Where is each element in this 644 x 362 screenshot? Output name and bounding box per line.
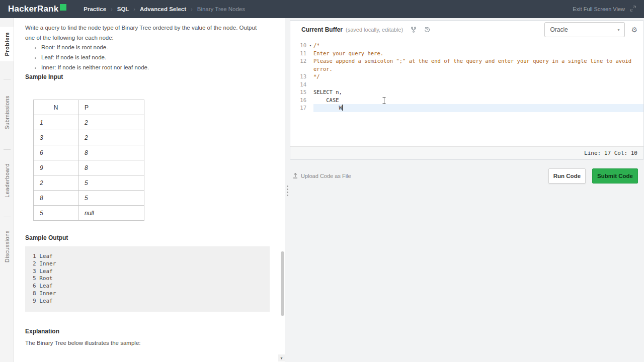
table-cell: 2 [78, 130, 144, 145]
code-line[interactable]: 15SELECT n, [290, 88, 643, 97]
text-cursor-pointer [382, 97, 386, 106]
table-cell: 6 [34, 145, 78, 160]
code-text: /* [313, 42, 643, 50]
sample-input-heading: Sample Input [25, 73, 63, 80]
bullet-item: Leaf: If node is leaf node. [41, 52, 266, 62]
chevron-down-icon: ▾ [617, 28, 619, 32]
fold-gutter [307, 104, 313, 112]
sidebar-divider [4, 149, 11, 150]
buffer-subtitle: (saved locally, editable) [346, 27, 403, 33]
editor-header: Current Buffer (saved locally, editable)… [290, 21, 643, 39]
explanation-text: The Binary Tree below illustrates the sa… [25, 340, 140, 346]
code-text: W [313, 104, 643, 112]
code-line[interactable]: 13*/ [290, 73, 643, 81]
breadcrumb-separator-icon: › [111, 6, 113, 12]
code-line[interactable]: 11Enter your query here. [290, 50, 643, 58]
exit-fullscreen-button[interactable]: Exit Full Screen View [573, 6, 636, 13]
table-cell: 1 [34, 115, 78, 130]
language-value: Oracle [550, 26, 568, 33]
sidebar-tab-submissions[interactable]: Submissions [0, 90, 14, 135]
table-row: 12 [34, 115, 144, 130]
code-line[interactable]: 16 CASE [290, 97, 643, 105]
language-select[interactable]: Oracle ▾ [544, 22, 625, 37]
sample-output-block: 1 Leaf 2 Inner 3 Leaf 5 Root 6 Leaf 8 In… [25, 246, 270, 312]
breadcrumb-item[interactable]: Advanced Select [140, 6, 186, 12]
table-cell: 9 [34, 160, 78, 175]
sidebar-tab-problem[interactable]: Problem [0, 27, 14, 61]
fold-gutter [307, 88, 313, 97]
sidebar: ProblemSubmissionsLeaderboardDiscussions [0, 18, 14, 362]
code-line[interactable]: 17 W [290, 104, 643, 112]
sidebar-tab-discussions[interactable]: Discussions [0, 225, 14, 267]
run-code-button[interactable]: Run Code [548, 168, 586, 184]
table-header: N [34, 100, 78, 115]
top-bar: HackerRank Practice›SQL›Advanced Select›… [0, 0, 644, 18]
line-number: 13 [290, 73, 307, 81]
bullet-item: Inner: If node is neither root nor leaf … [41, 62, 266, 72]
code-text [313, 81, 643, 89]
exit-fullscreen-icon [630, 6, 636, 13]
code-text: */ [313, 73, 643, 81]
line-number: 11 [290, 50, 307, 58]
sample-table-body: 1232689825855null [34, 115, 144, 221]
sidebar-divider [4, 217, 11, 217]
code-line[interactable]: 10▾/* [290, 42, 643, 50]
fold-gutter [307, 73, 313, 81]
breadcrumb-separator-icon: › [191, 6, 193, 12]
buffer-title: Current Buffer [301, 26, 343, 33]
fold-gutter [307, 50, 313, 58]
table-row: 5null [34, 206, 144, 221]
breadcrumb-item: Binary Tree Nodes [197, 6, 245, 12]
line-number: 12 [290, 57, 307, 73]
table-cell: 8 [78, 160, 144, 175]
text-caret [342, 105, 343, 111]
sample-table-head-row: NP [34, 100, 144, 115]
problem-scrollbar-thumb[interactable] [281, 251, 284, 316]
table-header: P [78, 100, 144, 115]
problem-bullets: Root: If node is root node.Leaf: If node… [34, 42, 266, 72]
line-number: 17 [290, 104, 307, 112]
scroll-down-arrow[interactable]: ▾ [278, 354, 285, 361]
table-row: 68 [34, 145, 144, 160]
code-text: Enter your query here. [313, 50, 643, 58]
editor-actions: Upload Code as File Run Code Submit Code [290, 168, 638, 184]
table-row: 85 [34, 191, 144, 206]
table-cell: 3 [34, 130, 78, 145]
table-row: 32 [34, 130, 144, 145]
logo-green-square [60, 4, 66, 11]
logo[interactable]: HackerRank [8, 4, 66, 14]
table-cell: 5 [78, 175, 144, 191]
table-cell: 8 [34, 191, 78, 206]
panel-divider-handle[interactable] [287, 186, 288, 196]
upload-label: Upload Code as File [301, 173, 351, 179]
fold-arrow-icon[interactable]: ▾ [307, 42, 313, 50]
breadcrumb: Practice›SQL›Advanced Select›Binary Tree… [84, 6, 245, 12]
history-icon[interactable] [424, 27, 430, 33]
fold-gutter [307, 97, 313, 105]
table-cell: 2 [34, 175, 78, 191]
line-number: 14 [290, 81, 307, 89]
code-area[interactable]: 10▾/*11Enter your query here.12Please ap… [290, 39, 643, 146]
editor-card: Current Buffer (saved locally, editable)… [290, 20, 644, 160]
fold-gutter [307, 57, 313, 73]
code-text: SELECT n, [313, 88, 643, 97]
sidebar-tab-leaderboard[interactable]: Leaderboard [0, 158, 14, 203]
submit-code-button[interactable]: Submit Code [592, 168, 638, 184]
table-cell: 5 [34, 206, 78, 221]
fold-gutter [307, 81, 313, 89]
line-number: 15 [290, 88, 307, 97]
upload-code-button[interactable]: Upload Code as File [293, 173, 351, 179]
table-cell: 5 [78, 191, 144, 206]
code-line[interactable]: 12Please append a semicolon ";" at the e… [290, 57, 643, 73]
breadcrumb-item[interactable]: Practice [84, 6, 106, 12]
gear-icon[interactable]: ⚙ [631, 26, 637, 34]
breadcrumb-item[interactable]: SQL [117, 6, 129, 12]
code-line[interactable]: 14 [290, 81, 643, 89]
editor-statusbar: Line: 17 Col: 10 [290, 146, 643, 159]
code-text: CASE [313, 97, 643, 105]
scroll-down-glyph: ▾ [280, 356, 282, 360]
table-cell: null [78, 206, 144, 221]
fork-icon[interactable] [411, 27, 417, 33]
bullet-item: Root: If node is root node. [41, 42, 266, 52]
table-row: 25 [34, 175, 144, 191]
